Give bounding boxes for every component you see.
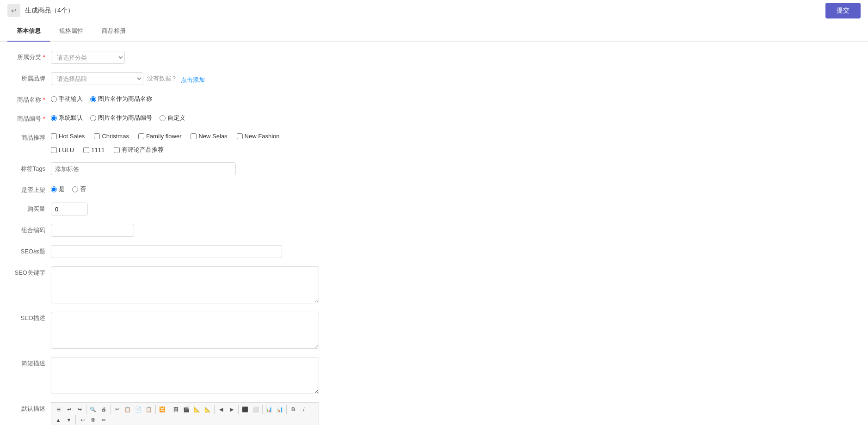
radio-default[interactable]: 系统默认 xyxy=(51,114,83,122)
cb-christmas[interactable]: Christmas xyxy=(94,133,129,140)
radio-manual[interactable]: 手动输入 xyxy=(51,95,83,103)
tab-basic-info[interactable]: 基本信息 xyxy=(7,21,50,42)
tb-sub[interactable]: ▼ xyxy=(64,415,74,425)
tb-print[interactable]: 🖨 xyxy=(98,404,109,414)
row-on-sale: 是否上架 是 否 xyxy=(14,184,854,194)
tb-paste[interactable]: 📄 xyxy=(133,404,143,414)
radio-image-name[interactable]: 图片名作为商品名称 xyxy=(90,95,152,103)
tb-table2[interactable]: 📐 xyxy=(203,404,213,414)
radio-image-no[interactable]: 图片名作为商品编号 xyxy=(90,114,152,122)
radio-on-sale-yes[interactable]: 是 xyxy=(51,185,65,193)
seo-title-input[interactable] xyxy=(51,245,282,258)
tb-undo[interactable]: ↩ xyxy=(64,404,74,414)
tags-input[interactable] xyxy=(51,162,236,175)
no-data-text: 没有数据？ xyxy=(147,74,177,83)
tb-block1[interactable]: ⬛ xyxy=(240,404,250,414)
tb-edit[interactable]: ✏ xyxy=(98,415,109,425)
cb-christmas-input[interactable] xyxy=(94,133,100,139)
cb-new-fashion-label: New Fashion xyxy=(245,133,280,140)
row-seo-title: SEO标题 xyxy=(14,245,854,258)
cb-new-selas[interactable]: New Selas xyxy=(191,133,227,140)
tb-indent-left[interactable]: ◀ xyxy=(216,404,226,414)
cb-lulu[interactable]: LULU xyxy=(51,146,74,154)
radio-image-name-input[interactable] xyxy=(90,96,96,102)
cb-1111-input[interactable] xyxy=(83,147,89,153)
content-seo-keywords xyxy=(51,266,854,303)
min-quantity-input[interactable] xyxy=(51,203,88,216)
seo-keywords-textarea[interactable] xyxy=(51,266,319,303)
row-default-description: 默认描述 ⊟ ↩ ↪ 🔍 🖨 ✂ 📋 📄 📋 🔀 🖼 🎬 📐 xyxy=(14,402,854,425)
add-brand-link[interactable]: 点击添加 xyxy=(181,74,205,84)
tb-sep2 xyxy=(110,405,111,414)
combine-code-input[interactable] xyxy=(51,224,134,237)
tb-insert-media[interactable]: 🎬 xyxy=(181,404,191,414)
tb-sep6 xyxy=(238,405,239,414)
cb-family-flower[interactable]: Family flower xyxy=(138,133,182,140)
cb-review-recommend-input[interactable] xyxy=(114,147,120,153)
cb-hot-sales-label: Hot Sales xyxy=(59,133,85,140)
cb-lulu-input[interactable] xyxy=(51,147,57,153)
checkbox-group-recommend: Hot Sales Christmas Family flower New Se… xyxy=(51,131,279,140)
tb-delete[interactable]: 🗑 xyxy=(88,415,98,425)
row-combine-code: 组合编码 xyxy=(14,224,854,237)
tb-redo[interactable]: ↪ xyxy=(74,404,85,414)
tb-sep5 xyxy=(214,405,215,414)
radio-on-sale-no-label: 否 xyxy=(80,185,86,193)
radio-custom-no-input[interactable] xyxy=(160,115,166,121)
tb-find[interactable]: 🔍 xyxy=(88,404,98,414)
editor-toolbar-row1: ⊟ ↩ ↪ 🔍 🖨 ✂ 📋 📄 📋 🔀 🖼 🎬 📐 📐 ◀ xyxy=(51,402,319,425)
tb-paste-text[interactable]: 📋 xyxy=(144,404,154,414)
label-recommend: 商品推荐 xyxy=(14,131,51,142)
select-category[interactable]: 请选择分类 xyxy=(51,51,125,64)
tab-photo-album[interactable]: 商品相册 xyxy=(92,21,135,42)
tb-sup[interactable]: ▲ xyxy=(53,415,63,425)
back-button[interactable]: ↩ xyxy=(7,4,20,17)
cb-hot-sales-input[interactable] xyxy=(51,133,57,139)
label-default-description: 默认描述 xyxy=(14,402,51,413)
cb-new-selas-label: New Selas xyxy=(198,133,227,140)
tb-select-all[interactable]: 🔀 xyxy=(157,404,167,414)
radio-default-input[interactable] xyxy=(51,115,57,121)
tb-table[interactable]: 📐 xyxy=(192,404,202,414)
cb-new-selas-input[interactable] xyxy=(191,133,197,139)
content-seo-description xyxy=(51,312,854,349)
radio-on-sale-no-input[interactable] xyxy=(72,186,78,192)
radio-on-sale-no[interactable]: 否 xyxy=(72,185,86,193)
tb-chart1[interactable]: 📊 xyxy=(264,404,274,414)
tab-spec-attr[interactable]: 规格属性 xyxy=(50,21,92,42)
row-product-name: 商品名称 手动输入 图片名作为商品名称 xyxy=(14,93,854,104)
row-product-no: 商品编号 系统默认 图片名作为商品编号 自定义 xyxy=(14,112,854,123)
seo-description-textarea[interactable] xyxy=(51,312,319,349)
short-description-textarea[interactable] xyxy=(51,357,319,394)
tb-source[interactable]: ⊟ xyxy=(53,404,63,414)
tb-indent-right[interactable]: ▶ xyxy=(227,404,237,414)
tb-block2[interactable]: ⬜ xyxy=(251,404,261,414)
tb-italic[interactable]: I xyxy=(299,404,309,414)
tb-cut[interactable]: ✂ xyxy=(112,404,122,414)
cb-review-recommend[interactable]: 有评论产品推荐 xyxy=(114,146,164,154)
radio-custom-no[interactable]: 自定义 xyxy=(160,114,185,122)
cb-family-flower-input[interactable] xyxy=(138,133,144,139)
content-combine-code xyxy=(51,224,854,237)
cb-new-fashion[interactable]: New Fashion xyxy=(237,133,280,140)
radio-on-sale-yes-input[interactable] xyxy=(51,186,57,192)
content-product-name: 手动输入 图片名作为商品名称 xyxy=(51,93,854,103)
content-seo-title xyxy=(51,245,854,258)
tb-remove-format[interactable]: ↩ xyxy=(77,415,87,425)
tb-sep8 xyxy=(286,405,287,414)
radio-image-no-input[interactable] xyxy=(90,115,96,121)
cb-lulu-label: LULU xyxy=(59,147,74,154)
radio-manual-input[interactable] xyxy=(51,96,57,102)
cb-1111[interactable]: 1111 xyxy=(83,146,105,154)
select-brand[interactable]: 请选择品牌 xyxy=(51,72,143,85)
tabs-bar: 基本信息 规格属性 商品相册 xyxy=(0,21,868,42)
cb-hot-sales[interactable]: Hot Sales xyxy=(51,133,85,140)
submit-button[interactable]: 提交 xyxy=(825,3,861,18)
tb-sep9 xyxy=(75,415,76,425)
tb-chart2[interactable]: 📊 xyxy=(275,404,285,414)
cb-new-fashion-input[interactable] xyxy=(237,133,243,139)
header-left: ↩ 生成商品（4个） xyxy=(7,4,74,17)
tb-bold[interactable]: B xyxy=(288,404,298,414)
tb-insert-img[interactable]: 🖼 xyxy=(171,404,181,414)
tb-copy[interactable]: 📋 xyxy=(123,404,133,414)
